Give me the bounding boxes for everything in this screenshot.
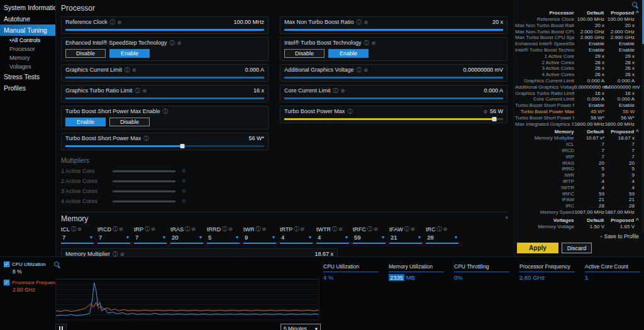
lock-icon[interactable]: ⊘ — [151, 227, 155, 232]
timing-slider[interactable] — [97, 243, 130, 244]
info-icon[interactable]: ⓘ — [143, 136, 148, 141]
lock-icon[interactable]: ⊘ — [119, 227, 123, 232]
sidebar-item[interactable]: Stress Tests — [0, 71, 55, 82]
timing-select[interactable]: 4 ▾ — [280, 234, 313, 241]
lock-icon[interactable]: ⊘ — [132, 68, 136, 73]
lock-icon[interactable]: ⊘ — [374, 227, 378, 232]
info-icon[interactable]: ⓘ — [135, 89, 140, 94]
timing-slider[interactable] — [353, 243, 386, 244]
collapse-icon[interactable]: ^ — [634, 9, 639, 16]
lock-icon[interactable]: ⊘ — [300, 227, 304, 232]
sidebar-item[interactable]: Voltages — [0, 62, 55, 71]
lock-icon[interactable]: ⊘ — [364, 20, 369, 25]
sidebar-item[interactable]: Manual Tuning — [0, 25, 55, 36]
timing-slider[interactable] — [243, 243, 276, 244]
interval-select[interactable]: 5 Minutes ▾ — [280, 324, 321, 330]
info-icon[interactable]: ⓘ — [364, 41, 369, 46]
timing-slider[interactable] — [426, 243, 458, 244]
lock-icon[interactable]: ⊘ — [143, 89, 147, 94]
search-icon[interactable] — [632, 2, 639, 9]
info-icon[interactable]: ⓘ — [170, 41, 175, 46]
timing-slider[interactable] — [134, 243, 167, 244]
graphics-current-limit-slider[interactable] — [65, 77, 264, 79]
legend-checkbox[interactable]: ✓ — [4, 261, 9, 267]
tb-short-power-enable-button[interactable]: Enable — [65, 118, 106, 126]
sidebar-item[interactable]: Processor — [0, 45, 55, 53]
max-non-turbo-slider[interactable] — [284, 29, 503, 31]
info-icon[interactable]: ⓘ — [145, 227, 150, 232]
timing-select[interactable]: 9 ▾ — [243, 234, 276, 241]
sidebar-item[interactable]: Memory — [0, 53, 55, 62]
info-icon[interactable]: ⓘ — [71, 227, 76, 232]
timing-slider[interactable] — [280, 243, 313, 244]
info-icon[interactable]: ⓘ — [437, 227, 442, 232]
info-icon[interactable]: ⓘ — [113, 227, 118, 232]
timing-select[interactable]: 7 ▾ — [134, 234, 167, 241]
timing-select[interactable]: 28 ▾ — [426, 234, 458, 241]
lock-icon[interactable]: ⊘ — [411, 227, 415, 232]
discard-button[interactable]: Discard — [562, 243, 592, 253]
info-icon[interactable]: ⓘ — [347, 109, 352, 114]
timing-slider[interactable] — [207, 243, 240, 244]
zoom-icon[interactable] — [54, 261, 61, 268]
sidebar-item[interactable]: System Information — [0, 2, 55, 13]
lock-icon[interactable]: ⊘ — [341, 89, 345, 94]
apply-button[interactable]: Apply — [517, 243, 558, 253]
timing-select[interactable]: 7 ▾ — [97, 234, 130, 241]
info-icon[interactable]: ⓘ — [333, 89, 338, 94]
timing-slider[interactable] — [389, 243, 422, 244]
reference-clock-slider[interactable] — [65, 29, 264, 31]
info-icon[interactable]: ⓘ — [256, 227, 261, 232]
info-icon[interactable]: ⓘ — [357, 68, 362, 73]
speedstep-enable-button[interactable]: Enable — [109, 49, 150, 58]
timing-select[interactable]: 7 ▾ — [61, 234, 94, 241]
graphics-turbo-ratio-slider[interactable] — [65, 97, 264, 99]
timing-slider[interactable] — [316, 243, 349, 244]
timing-select[interactable]: 5 ▾ — [207, 234, 240, 241]
timing-select[interactable]: 20 ▾ — [170, 234, 203, 241]
tb-short-power-disable-button[interactable]: Disable — [109, 118, 150, 126]
sidebar-item[interactable]: All Controls — [0, 36, 55, 45]
save-to-profile-button[interactable]: + Save to Profile — [517, 233, 639, 239]
info-icon[interactable]: ⓘ — [357, 20, 362, 25]
timing-slider[interactable] — [61, 243, 94, 244]
timing-select[interactable]: 4 ▾ — [316, 234, 349, 241]
info-icon[interactable]: ⓘ — [222, 227, 227, 232]
tb-power-max-slider[interactable] — [284, 118, 503, 120]
turbo-boost-enable-button[interactable]: Enable — [328, 49, 369, 58]
info-icon[interactable]: ⓘ — [332, 227, 337, 232]
info-icon[interactable]: ⓘ — [404, 227, 409, 232]
collapse-icon[interactable]: ^ — [506, 216, 508, 222]
lock-icon[interactable]: ⊘ — [177, 41, 182, 46]
lock-icon[interactable]: ⊘ — [443, 227, 448, 232]
core-current-limit-slider[interactable] — [284, 97, 503, 99]
info-icon[interactable]: ⓘ — [125, 68, 130, 73]
collapse-icon[interactable]: ^ — [634, 128, 639, 135]
speedstep-disable-button[interactable]: Disable — [65, 49, 106, 58]
lock-icon[interactable]: ⊘ — [338, 227, 343, 232]
lock-icon[interactable]: ⊘ — [228, 227, 233, 232]
additional-graphics-voltage-slider[interactable] — [284, 77, 503, 79]
legend-checkbox[interactable]: ✓ — [4, 280, 9, 285]
pause-button[interactable] — [55, 324, 67, 330]
timing-select[interactable]: 21 ▾ — [389, 234, 422, 241]
tb-short-power-max-slider[interactable] — [65, 145, 264, 147]
lock-icon[interactable]: ⊘ — [118, 20, 122, 25]
lock-icon[interactable]: ⊘ — [77, 227, 82, 232]
info-icon[interactable]: ⓘ — [163, 109, 168, 114]
turbo-boost-disable-button[interactable]: Disable — [284, 49, 325, 58]
sidebar-item[interactable]: Profiles — [0, 82, 55, 94]
lock-icon[interactable]: ⊘ — [483, 109, 487, 114]
lock-icon[interactable]: ⊘ — [262, 227, 267, 232]
info-icon[interactable]: ⓘ — [185, 227, 190, 232]
collapse-icon[interactable]: ^ — [634, 217, 639, 224]
sidebar-item[interactable]: Autotune — [0, 13, 55, 25]
info-icon[interactable]: ⓘ — [294, 227, 299, 232]
lock-icon[interactable]: ⊘ — [364, 68, 369, 73]
lock-icon[interactable]: ⊘ — [372, 41, 376, 46]
timing-slider[interactable] — [170, 243, 203, 244]
timing-select[interactable]: 59 ▾ — [353, 234, 386, 241]
info-icon[interactable]: ⓘ — [367, 227, 372, 232]
info-icon[interactable]: ⓘ — [110, 20, 115, 25]
lock-icon[interactable]: ⊘ — [191, 227, 196, 232]
